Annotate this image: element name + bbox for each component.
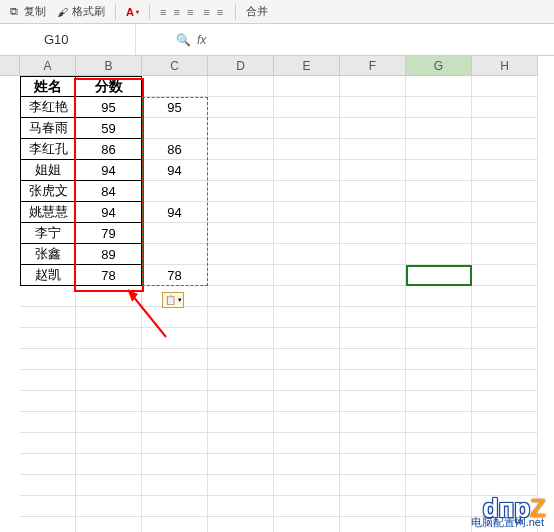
cell-C17[interactable] [142, 412, 208, 433]
cell-H14[interactable] [472, 349, 538, 370]
cell-E9[interactable] [274, 244, 340, 265]
cell-E17[interactable] [274, 412, 340, 433]
cell-B22[interactable] [76, 517, 142, 532]
cell-E5[interactable] [274, 160, 340, 181]
cell-F6[interactable] [340, 181, 406, 202]
cell-B15[interactable] [76, 370, 142, 391]
cell-E8[interactable] [274, 223, 340, 244]
cell-D22[interactable] [208, 517, 274, 532]
cell-A3[interactable]: 马春雨 [20, 118, 76, 139]
cell-F21[interactable] [340, 496, 406, 517]
cell-E22[interactable] [274, 517, 340, 532]
cell-G20[interactable] [406, 475, 472, 496]
name-box[interactable]: G10 [36, 24, 136, 55]
cell-A8[interactable]: 李宁 [20, 223, 76, 244]
cell-E6[interactable] [274, 181, 340, 202]
cell-F13[interactable] [340, 328, 406, 349]
cell-D5[interactable] [208, 160, 274, 181]
select-all-corner[interactable] [0, 56, 20, 76]
column-header-A[interactable]: A [20, 56, 76, 76]
cell-F9[interactable] [340, 244, 406, 265]
cell-D12[interactable] [208, 307, 274, 328]
spreadsheet-grid[interactable]: ABCDEFGH 姓名分数李红艳9595马春雨59李红孔8686姐姐9494张虎… [0, 56, 554, 532]
cell-G1[interactable] [406, 76, 472, 97]
cell-H13[interactable] [472, 328, 538, 349]
column-header-E[interactable]: E [274, 56, 340, 76]
cell-G9[interactable] [406, 244, 472, 265]
cell-B5[interactable]: 94 [76, 160, 142, 181]
column-header-F[interactable]: F [340, 56, 406, 76]
cell-E11[interactable] [274, 286, 340, 307]
cell-F17[interactable] [340, 412, 406, 433]
cell-B19[interactable] [76, 454, 142, 475]
cell-F1[interactable] [340, 76, 406, 97]
cell-F15[interactable] [340, 370, 406, 391]
cell-E2[interactable] [274, 97, 340, 118]
cell-A1[interactable]: 姓名 [20, 76, 76, 97]
cell-C5[interactable]: 94 [142, 160, 208, 181]
cell-E12[interactable] [274, 307, 340, 328]
cell-E18[interactable] [274, 433, 340, 454]
cell-D7[interactable] [208, 202, 274, 223]
cell-H15[interactable] [472, 370, 538, 391]
cell-F2[interactable] [340, 97, 406, 118]
cell-B13[interactable] [76, 328, 142, 349]
cell-C18[interactable] [142, 433, 208, 454]
cell-C16[interactable] [142, 391, 208, 412]
cell-H18[interactable] [472, 433, 538, 454]
cell-C1[interactable] [142, 76, 208, 97]
cell-F4[interactable] [340, 139, 406, 160]
cell-D18[interactable] [208, 433, 274, 454]
cell-E3[interactable] [274, 118, 340, 139]
cell-G13[interactable] [406, 328, 472, 349]
cell-G7[interactable] [406, 202, 472, 223]
cell-F16[interactable] [340, 391, 406, 412]
search-icon[interactable]: 🔍 [176, 33, 191, 47]
cell-G19[interactable] [406, 454, 472, 475]
indent-buttons[interactable]: ≡ ≡ [203, 6, 225, 18]
cell-F18[interactable] [340, 433, 406, 454]
cell-B7[interactable]: 94 [76, 202, 142, 223]
cell-F5[interactable] [340, 160, 406, 181]
cell-F14[interactable] [340, 349, 406, 370]
cell-A13[interactable] [20, 328, 76, 349]
cell-C3[interactable] [142, 118, 208, 139]
cell-A9[interactable]: 张鑫 [20, 244, 76, 265]
cell-D16[interactable] [208, 391, 274, 412]
cell-C12[interactable] [142, 307, 208, 328]
cell-H8[interactable] [472, 223, 538, 244]
cell-G21[interactable] [406, 496, 472, 517]
cell-G10[interactable] [406, 265, 472, 286]
cell-D2[interactable] [208, 97, 274, 118]
cell-F12[interactable] [340, 307, 406, 328]
cell-B10[interactable]: 78 [76, 265, 142, 286]
cell-C13[interactable] [142, 328, 208, 349]
cell-G4[interactable] [406, 139, 472, 160]
cell-B3[interactable]: 59 [76, 118, 142, 139]
format-painter-button[interactable]: 🖌 格式刷 [54, 4, 105, 20]
cell-F19[interactable] [340, 454, 406, 475]
cell-A7[interactable]: 姚慧慧 [20, 202, 76, 223]
cell-G22[interactable] [406, 517, 472, 532]
cell-A22[interactable] [20, 517, 76, 532]
cell-D14[interactable] [208, 349, 274, 370]
cell-D9[interactable] [208, 244, 274, 265]
cell-F3[interactable] [340, 118, 406, 139]
cell-E15[interactable] [274, 370, 340, 391]
cell-A4[interactable]: 李红孔 [20, 139, 76, 160]
cell-G6[interactable] [406, 181, 472, 202]
cell-C6[interactable] [142, 181, 208, 202]
cell-F10[interactable] [340, 265, 406, 286]
cell-G18[interactable] [406, 433, 472, 454]
cell-H16[interactable] [472, 391, 538, 412]
cell-B16[interactable] [76, 391, 142, 412]
cell-B14[interactable] [76, 349, 142, 370]
cell-H17[interactable] [472, 412, 538, 433]
cell-A14[interactable] [20, 349, 76, 370]
cell-D21[interactable] [208, 496, 274, 517]
cell-C20[interactable] [142, 475, 208, 496]
cell-B4[interactable]: 86 [76, 139, 142, 160]
cell-C22[interactable] [142, 517, 208, 532]
cell-H4[interactable] [472, 139, 538, 160]
cell-E19[interactable] [274, 454, 340, 475]
